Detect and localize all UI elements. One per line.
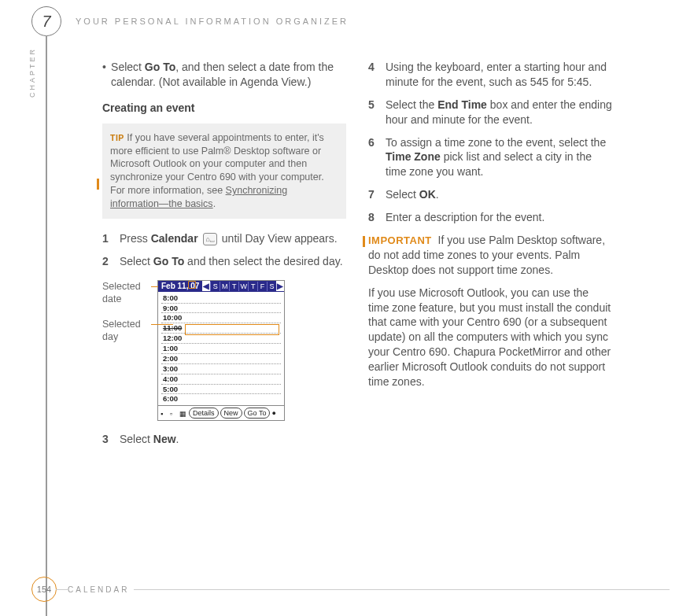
page-title: YOUR PERSONAL INFORMATION ORGANIZER [76,17,349,26]
text: Select the [386,98,437,111]
text: Enter a description for the event. [386,210,612,225]
day-header: F [257,282,267,291]
footer-dot-icon: ● [271,408,275,418]
step-item: 1 Press Calendar ⌂⎵ until Day View appea… [102,231,346,246]
footer-icon: ▫ [170,409,178,417]
new-button: New [220,408,242,419]
footer-section: CALENDAR [68,585,134,594]
term-go-to: Go To [145,61,175,73]
chapter-number: 7 [42,13,50,31]
hour-row: 6:00 [161,394,281,404]
text: Select [111,61,145,73]
hour-row: 4:00 [161,374,281,385]
step-item: 8 Enter a description for the event. [368,210,612,225]
term-ok: OK [419,188,436,201]
hour-row: 1:00 [161,344,281,354]
highlight-slot-icon [185,324,279,335]
bullet-item: • Select Go To, and then select a date f… [102,60,346,90]
important-label: IMPORTANT [368,234,432,246]
tip-marker-icon [97,179,99,190]
term-new: New [153,433,176,445]
step-item: 7 Select OK. [368,187,612,202]
text: . [176,433,179,445]
step-item: 5 Select the End Time box and enter the … [368,98,612,127]
text: . [213,198,216,209]
step-number: 3 [102,432,120,447]
step-number: 6 [368,135,386,180]
text: Select [120,255,153,267]
step-item: 4 Using the keyboard, enter a starting h… [368,60,612,90]
section-heading: Creating an event [102,101,346,116]
step-item: 2 Select Go To and then select the desir… [102,254,346,269]
term-end-time: End Time [437,98,487,111]
day-header: S [267,282,276,291]
hour-row: 8:00 [161,293,281,304]
hour-row: 3:00 [161,364,281,374]
tip-box: TIP If you have several appointments to … [102,124,346,219]
highlight-day-icon [188,281,196,289]
step-number: 1 [102,231,120,246]
footer-icon: ▦ [179,409,187,417]
day-header: T [248,282,257,291]
text: Press [120,232,151,245]
registered-symbol: ® [223,146,231,157]
hour-row: 2:00 [161,354,281,364]
next-arrow-icon: ▶ [276,281,284,292]
step-item: 6 To assign a time zone to the event, se… [368,135,612,180]
page-number: 154 [37,585,51,594]
details-button: Details [189,408,219,419]
term-calendar: Calendar [151,232,198,245]
hour-row: 9:00 [161,304,281,314]
day-header: T [229,282,238,291]
paragraph: If you use Microsoft Outlook, you can us… [368,286,612,389]
term-time-zone: Time Zone [386,150,441,163]
bullet-dot: • [102,60,111,90]
step-number: 7 [368,187,386,202]
text: . [436,188,439,201]
chapter-vertical-label: CHAPTER [28,47,36,98]
hour-row: 12:00 [161,334,281,344]
step-number: 8 [368,210,386,225]
figure-label-selected-day: Selected day [102,318,157,344]
figure: Selected date Selected day Feb 11, 07 ◀ … [102,280,346,422]
text: Select [386,188,419,201]
calendar-key-icon: ⌂⎵ [203,233,217,245]
term-go-to: Go To [153,255,184,267]
text: Using the keyboard, enter a starting hou… [386,60,612,90]
day-header: M [220,282,229,291]
step-number: 5 [368,98,386,127]
hour-row: 5:00 [161,385,281,395]
device-screenshot: Feb 11, 07 ◀ S M T W T F S ▶ [157,280,285,422]
figure-label-selected-date: Selected date [102,280,157,306]
step-number: 2 [102,254,120,269]
step-number: 4 [368,60,386,90]
text: To assign a time zone to the event, sele… [386,136,606,149]
tip-label: TIP [110,133,124,142]
day-header: S [210,282,220,291]
important-marker-icon [363,236,365,247]
goto-button: Go To [244,408,271,419]
text: until Day View appears. [222,232,338,245]
chapter-badge: 7 [31,6,61,36]
page-number-badge: 154 [31,577,57,602]
day-header: W [238,282,248,291]
prev-arrow-icon: ◀ [202,281,210,292]
footer-icon: ▪ [161,409,168,417]
step-item: 3 Select New. [102,432,346,447]
text: Select [120,433,153,445]
hour-row: 10:00 [161,313,281,323]
text: and then select the desired day. [184,255,342,267]
